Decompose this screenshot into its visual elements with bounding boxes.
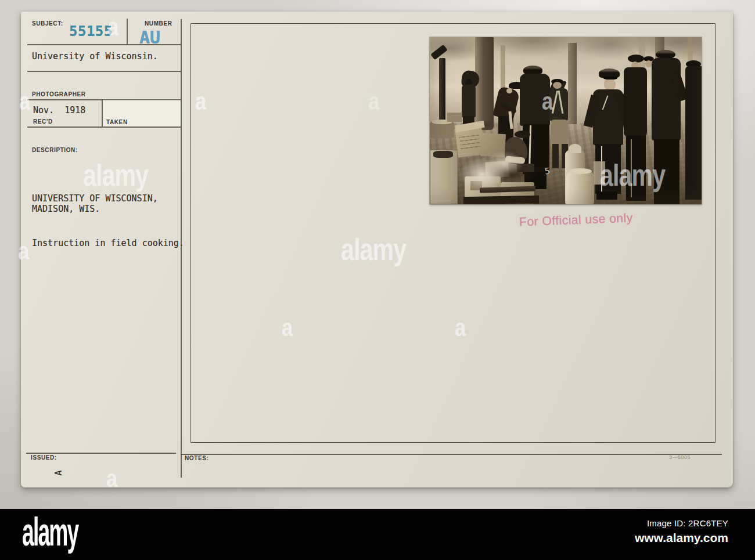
alamy-watermark: a [18,239,29,264]
alamy-stock-image-page: SUBJECT: 55155 NUMBER AU University of W… [0,0,755,560]
alamy-watermark: a [455,316,466,341]
issued-mark: A [53,470,64,475]
alamy-watermark: a [19,89,30,114]
description-line: Instruction in field cooking. [32,238,184,248]
divider [27,71,181,72]
alamy-logo: alamy [22,512,78,552]
archive-photo: 5 [430,37,702,204]
alamy-watermark: a [195,89,206,114]
alamy-watermark: a [106,467,117,492]
description-label: DESCRIPTION: [32,147,78,153]
description-line: UNIVERSITY OF WISCONSIN, [32,193,158,204]
issued-label: ISSUED: [31,454,57,461]
image-id-block: Image ID: 2RC6TEY www.alamy.com [635,518,728,545]
alamy-watermark: a [282,316,293,341]
divider [102,99,103,127]
divider [27,44,181,45]
subject-label: SUBJECT: [32,20,63,27]
divider [27,127,181,128]
alamy-watermark: alamy [83,160,148,191]
divider [127,19,128,44]
received-date: Nov. 1918 [33,105,85,115]
divider [181,454,722,455]
divider [181,19,182,478]
number-label: NUMBER [145,20,172,27]
image-id: Image ID: 2RC6TEY [635,518,728,528]
subject-number: 55155 [69,23,113,39]
notes-label: NOTES: [185,455,208,461]
notes-code: 3—5005 [669,454,691,460]
taken-label: TAKEN [106,119,128,125]
organization-line: University of Wisconsin. [32,51,158,62]
alamy-watermark: alamy [341,234,406,265]
recd-label: REC'D [33,118,53,125]
alamy-watermark: a [368,89,379,114]
divider [26,453,176,454]
alamy-url: www.alamy.com [635,531,728,545]
photo-vignette [430,37,702,204]
photographer-label: PHOTOGRAPHER [32,91,86,97]
alamy-footer-bar: alamy Image ID: 2RC6TEY www.alamy.com [0,509,755,560]
description-line: MADISON, WIS. [32,204,100,214]
alamy-watermark: a [107,15,118,40]
